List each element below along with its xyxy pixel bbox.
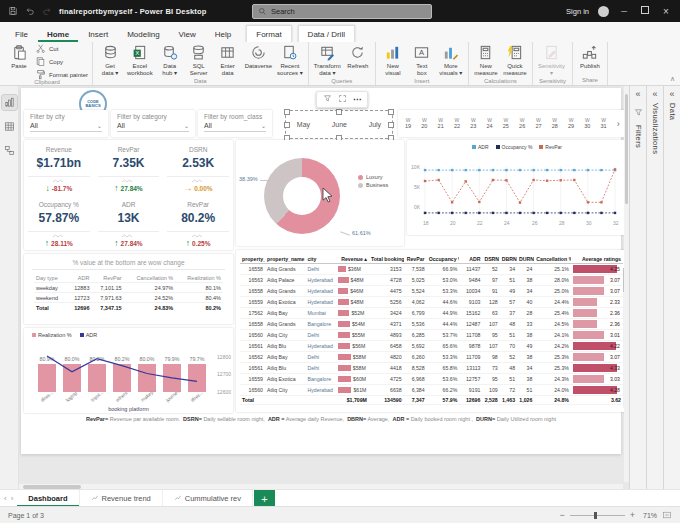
filter-dropdown[interactable]: All ⌄ xyxy=(30,122,102,132)
month-item-may[interactable]: May xyxy=(297,121,310,128)
day-row[interactable]: weekend127237,971.6324.52%80.4% xyxy=(34,293,223,303)
rail-model-view[interactable] xyxy=(2,143,17,158)
panel-filters[interactable]: «Filters xyxy=(629,86,646,490)
ribbon-item-recent-sources[interactable]: Recentsources ▾ xyxy=(276,43,304,78)
ribbon-item-transform-data[interactable]: Transformdata ▾ xyxy=(313,43,342,78)
sign-in-button[interactable]: Sign in xyxy=(566,7,589,16)
ribbon-item-copy[interactable]: Copy xyxy=(35,56,88,69)
tab-modeling[interactable]: Modeling xyxy=(118,26,168,42)
prev-page-icon[interactable]: ‹ xyxy=(4,494,7,503)
tab-view[interactable]: View xyxy=(170,26,205,42)
collapse-ribbon-icon[interactable]: ∧ xyxy=(670,75,675,83)
week-item-22[interactable]: W22 xyxy=(454,117,460,130)
legend-item-occupancy[interactable]: Occupancy % xyxy=(496,144,533,150)
ribbon-item-refresh[interactable]: Refresh xyxy=(345,43,371,70)
tab-file[interactable]: File xyxy=(6,26,37,42)
page-tab-dashboard[interactable]: Dashboard xyxy=(17,490,79,507)
week-item-25[interactable]: W25 xyxy=(503,117,509,130)
property-row[interactable]: 16559Atliq ExoticaBangalore$60M47256,968… xyxy=(240,374,623,385)
kpi-dsrn-2-53k[interactable]: DSRN 2.53K → 0.00% xyxy=(163,140,233,195)
property-row[interactable]: 17562Atliq BayMumbai$52M34246,79944.9%15… xyxy=(240,308,623,319)
ribbon-item-new-measure[interactable]: Newmeasure xyxy=(473,43,499,78)
ribbon-item-data-hub[interactable]: Datahub ▾ xyxy=(157,43,183,78)
tab-format[interactable]: Format xyxy=(246,25,291,42)
panel-data[interactable]: «Data xyxy=(663,86,680,490)
prop-col-adr[interactable]: ADR xyxy=(459,255,482,264)
ribbon-item-dataverse[interactable]: Dataverse xyxy=(244,43,273,70)
week-item-21[interactable]: W21 xyxy=(438,117,444,130)
page-tab-revenue-trend[interactable]: Revenue trend xyxy=(80,490,163,507)
selection-handle[interactable] xyxy=(284,109,290,115)
kpi-adr-13k[interactable]: ADR 13K ↑ 27.84% xyxy=(94,195,164,250)
zoom-in-icon[interactable]: + xyxy=(630,510,635,520)
property-row[interactable]: 16558Atliq GrandsDelhi$36M31537,53866.9%… xyxy=(240,264,623,275)
week-item-31[interactable]: W31 xyxy=(601,117,607,130)
kpi-revenue-1-71bn[interactable]: Revenue $1.71bn ↓ -81.7% xyxy=(24,140,94,195)
prop-col-revpar[interactable]: RevPar xyxy=(404,255,427,264)
prop-col-occupancy[interactable]: Occupancy % xyxy=(427,255,460,264)
zoom-slider[interactable] xyxy=(570,515,625,516)
next-page-icon[interactable]: › xyxy=(11,494,14,503)
week-item-24[interactable]: W24 xyxy=(486,117,492,130)
property-row[interactable]: 16563Atliq PalaceHyderabad$48M47285,0255… xyxy=(240,275,623,286)
property-row[interactable]: 16561Atliq BluDelhi$58M44188,52865.8%131… xyxy=(240,363,623,374)
selection-handle[interactable] xyxy=(284,122,290,128)
ribbon-item-sql-server[interactable]: SQLServer xyxy=(186,43,212,78)
next-weeks-icon[interactable]: › xyxy=(617,119,620,129)
kpi-occupancy-57-87[interactable]: Occupancy % 57.87% ↑ 28.11% xyxy=(24,195,94,250)
legend-item-adr[interactable]: ADR xyxy=(472,144,489,150)
ribbon-item-more-visuals[interactable]: Morevisuals ▾ xyxy=(438,43,464,78)
expand-panel-icon[interactable]: « xyxy=(635,90,640,99)
prop-col-revenue[interactable]: Revenue ▴ xyxy=(336,255,369,264)
month-slicer[interactable]: MayJuneJuly xyxy=(285,110,393,139)
week-item-23[interactable]: W23 xyxy=(470,117,476,130)
more-options-icon[interactable]: ⋯ xyxy=(353,95,361,104)
month-item-june[interactable]: June xyxy=(332,121,347,128)
selection-handle[interactable] xyxy=(388,122,394,128)
week-item-29[interactable]: W29 xyxy=(568,117,574,130)
day-row[interactable]: weekday128837,101.1524.97%80.1% xyxy=(34,283,223,293)
prop-col-city[interactable]: city xyxy=(305,255,336,264)
ribbon-item-text-box[interactable]: ATextbox xyxy=(409,43,435,78)
ribbon-item-new-visual[interactable]: Newvisual xyxy=(380,43,406,78)
prop-col-dsrn[interactable]: DSRN xyxy=(482,255,499,264)
prop-col-property-id[interactable]: property_id xyxy=(240,255,265,264)
search-input[interactable]: Search xyxy=(252,4,432,19)
kpi-revpar-7-35k[interactable]: RevPar 7.35K ↑ 27.84% xyxy=(94,140,164,195)
expand-panel-icon[interactable]: « xyxy=(652,90,657,99)
kpi-revpar-80-2[interactable]: RevPar 80.2% ↑ 0.25% xyxy=(163,195,233,250)
week-item-30[interactable]: W30 xyxy=(584,117,590,130)
legend-item-luxury[interactable]: Luxury xyxy=(358,174,388,180)
week-item-28[interactable]: W28 xyxy=(552,117,558,130)
prop-col-cancellation[interactable]: Cancellation % xyxy=(534,255,571,264)
legend-item-revpar[interactable]: RevPar xyxy=(539,144,562,150)
property-row[interactable]: 16561Atliq BluHyderabad$56M64585,69265.6… xyxy=(240,341,623,352)
legend-item-business[interactable]: Business xyxy=(358,182,388,188)
prop-col-total-bookings[interactable]: Total bookings xyxy=(369,255,404,264)
legend-item-realization[interactable]: Realization % xyxy=(32,332,72,338)
filter-dropdown[interactable]: All ⌄ xyxy=(117,122,189,132)
week-item-20[interactable]: W20 xyxy=(421,117,427,130)
close-button[interactable]: × xyxy=(660,6,672,17)
prop-col-average-ratings[interactable]: Average ratings xyxy=(571,255,623,264)
legend-item-adr[interactable]: ADR xyxy=(80,332,98,338)
canvas-vertical-scrollbar[interactable] xyxy=(624,86,629,482)
panel-visualizations[interactable]: «Visualizations xyxy=(646,86,663,490)
ribbon-item-enter-data[interactable]: Enterdata xyxy=(215,43,241,78)
property-row[interactable]: 16560Atliq CityHyderabad$61M66386,38466.… xyxy=(240,385,623,396)
week-item-26[interactable]: W26 xyxy=(519,117,525,130)
selection-handle[interactable] xyxy=(388,109,394,115)
tab-help[interactable]: Help xyxy=(206,26,240,42)
prop-col-property-name[interactable]: property_name xyxy=(265,255,305,264)
tab-home[interactable]: Home xyxy=(38,26,78,42)
ribbon-item-excel-workbook[interactable]: XExcelworkbook xyxy=(126,43,154,78)
undo-icon[interactable] xyxy=(25,6,35,16)
page-tab-cummulative-rev[interactable]: Cummulative rev xyxy=(163,490,253,507)
tab-insert[interactable]: Insert xyxy=(79,26,117,42)
filter-dropdown[interactable]: All ⌄ xyxy=(204,122,266,132)
property-row[interactable]: 16558Atliq GrandsBangalore$54M43715,5364… xyxy=(240,319,623,330)
expand-panel-icon[interactable]: « xyxy=(669,90,674,99)
ribbon-item-cut[interactable]: Cut xyxy=(35,43,88,56)
minimize-button[interactable]: ─ xyxy=(618,7,630,16)
zoom-out-icon[interactable]: − xyxy=(559,510,564,520)
